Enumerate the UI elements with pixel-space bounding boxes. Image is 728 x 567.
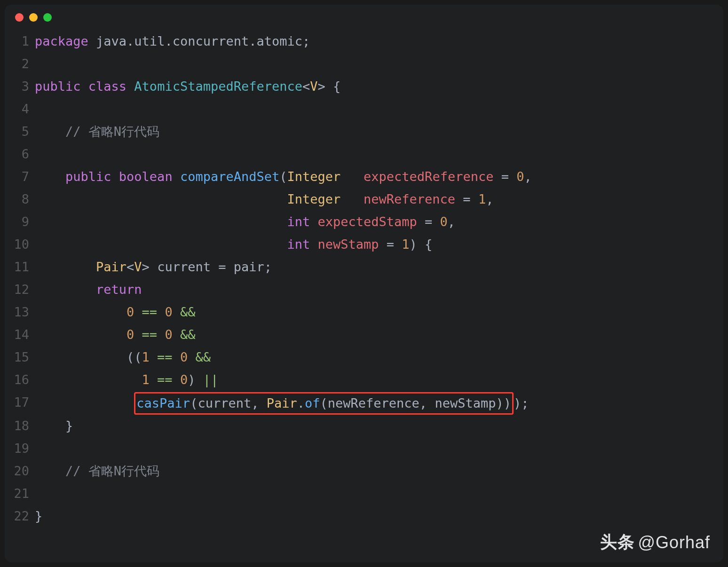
code-line: 14 0 == 0 && bbox=[8, 323, 720, 346]
code-editor: 1package java.util.concurrent.atomic;23p… bbox=[5, 24, 723, 537]
code-token: 0 bbox=[127, 305, 134, 319]
highlight-box: casPair(current, Pair.of(newReference, n… bbox=[134, 392, 514, 415]
code-content: // 省略N行代码 bbox=[35, 120, 159, 143]
code-content: Integer newReference = 1, bbox=[35, 188, 493, 211]
code-window: 1package java.util.concurrent.atomic;23p… bbox=[5, 5, 723, 562]
code-token bbox=[111, 169, 119, 184]
code-token bbox=[173, 305, 180, 319]
code-content: public class AtomicStampedReference<V> { bbox=[35, 75, 340, 98]
code-content: return bbox=[35, 278, 142, 301]
code-content: 0 == 0 && bbox=[35, 301, 195, 323]
line-number: 17 bbox=[8, 391, 35, 415]
code-content: ((1 == 0 && bbox=[35, 346, 211, 369]
line-number: 11 bbox=[8, 256, 35, 278]
code-token: = bbox=[417, 214, 440, 229]
code-token: 0 bbox=[165, 305, 172, 319]
watermark: 头条 @Gorhaf bbox=[600, 531, 710, 554]
code-token: pair bbox=[234, 260, 264, 274]
watermark-brand: 头条 bbox=[600, 531, 635, 554]
code-token: , bbox=[419, 396, 435, 410]
code-token: concurrent bbox=[173, 34, 249, 48]
code-content: 1 == 0) || bbox=[35, 369, 218, 391]
code-token: current bbox=[198, 396, 251, 410]
code-token: = bbox=[455, 192, 478, 206]
code-token: AtomicStampedReference bbox=[134, 79, 302, 94]
code-token: , bbox=[448, 214, 455, 229]
code-token: , bbox=[524, 169, 531, 184]
line-number: 4 bbox=[8, 98, 35, 120]
code-line: 21 bbox=[8, 482, 720, 505]
line-number: 18 bbox=[8, 415, 35, 437]
code-token: util bbox=[134, 34, 165, 48]
code-token bbox=[35, 260, 96, 274]
line-number: 19 bbox=[8, 437, 35, 460]
code-token: (( bbox=[35, 350, 142, 364]
code-token: expectedStamp bbox=[317, 214, 417, 229]
code-token: = bbox=[379, 237, 402, 252]
code-line: 20 // 省略N行代码 bbox=[8, 460, 720, 482]
line-number: 12 bbox=[8, 278, 35, 301]
code-token: // 省略N行代码 bbox=[65, 124, 159, 139]
code-line: 22} bbox=[8, 505, 720, 528]
code-token: newReference bbox=[364, 192, 455, 206]
code-token bbox=[35, 282, 96, 297]
code-token bbox=[310, 237, 317, 252]
code-token: < bbox=[302, 79, 310, 94]
code-token bbox=[340, 192, 364, 206]
code-token: == bbox=[157, 350, 173, 364]
code-token bbox=[134, 305, 142, 319]
code-token bbox=[35, 464, 65, 478]
code-token: } bbox=[35, 418, 73, 433]
code-token: 0 bbox=[180, 372, 188, 387]
zoom-icon[interactable] bbox=[43, 13, 52, 22]
code-token: || bbox=[203, 372, 219, 387]
code-line: 9 int expectedStamp = 0, bbox=[8, 211, 720, 233]
code-token: } bbox=[35, 509, 42, 523]
code-token bbox=[35, 237, 287, 252]
line-number: 15 bbox=[8, 346, 35, 369]
line-number: 10 bbox=[8, 233, 35, 256]
code-token: Integer bbox=[287, 192, 340, 206]
code-token: 1 bbox=[142, 350, 150, 364]
line-number: 21 bbox=[8, 482, 35, 505]
code-line: 13 0 == 0 && bbox=[8, 301, 720, 323]
code-content: casPair(current, Pair.of(newReference, n… bbox=[35, 391, 529, 415]
code-token: casPair bbox=[136, 396, 190, 410]
code-token bbox=[35, 396, 134, 410]
code-line: 12 return bbox=[8, 278, 720, 301]
code-token: ; bbox=[264, 260, 272, 274]
code-token: ( bbox=[279, 169, 287, 184]
code-token: package bbox=[35, 34, 88, 48]
minimize-icon[interactable] bbox=[29, 13, 38, 22]
code-line: 1package java.util.concurrent.atomic; bbox=[8, 30, 720, 53]
code-content: } bbox=[35, 505, 42, 528]
code-token: return bbox=[96, 282, 142, 297]
line-number: 7 bbox=[8, 165, 35, 188]
code-token: 1 bbox=[402, 237, 409, 252]
code-token: java bbox=[96, 34, 127, 48]
code-token: public bbox=[35, 79, 81, 94]
close-icon[interactable] bbox=[15, 13, 24, 22]
code-line: 6 bbox=[8, 143, 720, 165]
line-number: 8 bbox=[8, 188, 35, 211]
code-token bbox=[173, 169, 180, 184]
code-token: = bbox=[211, 260, 234, 274]
code-token: boolean bbox=[119, 169, 173, 184]
line-number: 14 bbox=[8, 323, 35, 346]
code-token: 0 bbox=[165, 327, 172, 342]
code-token: public bbox=[65, 169, 111, 184]
code-token: ( bbox=[320, 396, 328, 410]
code-token bbox=[35, 169, 65, 184]
code-token bbox=[35, 124, 65, 139]
code-token: )) bbox=[496, 396, 511, 410]
code-line: 16 1 == 0) || bbox=[8, 369, 720, 391]
code-token: 1 bbox=[478, 192, 486, 206]
code-token: int bbox=[287, 214, 310, 229]
code-token bbox=[127, 79, 134, 94]
titlebar bbox=[5, 5, 723, 24]
code-token bbox=[35, 305, 127, 319]
code-token bbox=[35, 327, 127, 342]
code-token bbox=[188, 350, 195, 364]
code-token: > { bbox=[318, 79, 341, 94]
code-token: // 省略N行代码 bbox=[65, 464, 159, 478]
